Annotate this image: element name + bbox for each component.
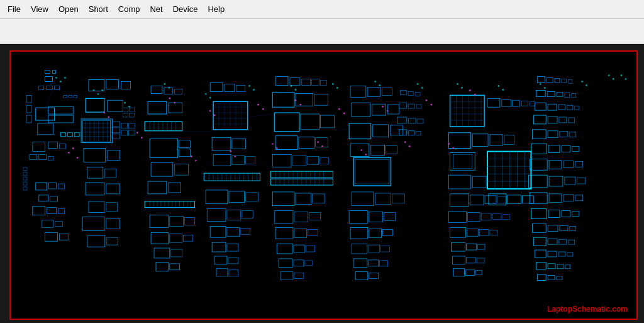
svg-point-400 <box>262 108 264 110</box>
svg-point-409 <box>360 149 362 151</box>
watermark: LaptopSchematic.com <box>547 305 628 314</box>
svg-point-401 <box>272 143 274 145</box>
svg-point-429 <box>164 83 165 85</box>
menu-net[interactable]: Net <box>145 2 167 16</box>
svg-point-402 <box>276 147 278 149</box>
svg-point-392 <box>174 102 175 104</box>
svg-point-385 <box>72 147 74 149</box>
svg-point-433 <box>248 85 250 87</box>
svg-point-418 <box>452 147 454 149</box>
svg-point-394 <box>195 160 197 162</box>
svg-point-405 <box>317 141 319 143</box>
svg-point-408 <box>343 113 345 115</box>
svg-point-422 <box>60 81 62 82</box>
svg-point-391 <box>169 98 170 99</box>
svg-point-454 <box>625 78 626 80</box>
svg-point-437 <box>332 83 334 85</box>
svg-point-421 <box>55 77 57 79</box>
svg-point-415 <box>425 99 427 101</box>
svg-point-435 <box>291 85 292 87</box>
svg-point-413 <box>404 141 406 143</box>
svg-point-451 <box>608 74 610 76</box>
svg-point-411 <box>382 106 384 108</box>
svg-point-447 <box>540 83 541 85</box>
svg-point-397 <box>230 150 231 152</box>
svg-point-430 <box>168 87 170 89</box>
svg-point-404 <box>299 104 301 106</box>
svg-point-444 <box>461 87 463 89</box>
svg-point-395 <box>209 110 211 112</box>
svg-point-416 <box>430 104 432 106</box>
svg-point-425 <box>97 93 99 95</box>
svg-point-453 <box>621 74 623 76</box>
svg-point-412 <box>387 110 389 112</box>
svg-point-390 <box>141 137 143 139</box>
menu-view[interactable]: View <box>26 2 53 16</box>
svg-point-396 <box>214 115 216 116</box>
svg-point-440 <box>379 84 380 86</box>
svg-point-423 <box>64 77 66 79</box>
svg-point-438 <box>336 87 338 89</box>
svg-point-443 <box>457 83 458 85</box>
menu-file[interactable]: File <box>3 2 26 16</box>
svg-point-452 <box>613 78 614 80</box>
svg-point-441 <box>417 83 419 85</box>
menu-device[interactable]: Device <box>168 2 203 16</box>
svg-point-399 <box>257 104 259 106</box>
svg-point-398 <box>234 156 236 157</box>
svg-point-449 <box>581 81 583 82</box>
svg-point-431 <box>205 93 207 95</box>
svg-point-446 <box>502 89 504 91</box>
menu-short[interactable]: Short <box>84 2 113 16</box>
svg-point-387 <box>103 112 105 114</box>
menu-open[interactable]: Open <box>53 2 84 16</box>
svg-point-450 <box>586 84 587 86</box>
svg-point-414 <box>409 145 411 147</box>
svg-point-419 <box>469 89 471 91</box>
svg-point-428 <box>128 106 130 108</box>
canvas-area[interactable]: LaptopSchematic.com <box>0 44 644 323</box>
svg-point-442 <box>421 87 423 89</box>
svg-point-386 <box>77 157 79 159</box>
svg-point-410 <box>365 154 367 156</box>
svg-point-393 <box>191 156 192 157</box>
circuit-diagram <box>11 52 636 319</box>
svg-point-436 <box>294 89 296 91</box>
svg-point-439 <box>374 81 376 82</box>
menubar: File View Open Short Comp Net Device Hel… <box>0 0 644 19</box>
svg-point-426 <box>101 89 103 91</box>
toolbar <box>0 19 644 44</box>
svg-point-417 <box>448 143 450 145</box>
svg-point-445 <box>497 85 499 87</box>
svg-point-389 <box>136 132 138 133</box>
svg-point-448 <box>544 87 546 89</box>
svg-point-434 <box>253 89 255 91</box>
svg-point-432 <box>209 97 211 99</box>
schematic-viewport[interactable]: LaptopSchematic.com <box>9 50 638 320</box>
svg-point-403 <box>294 99 296 101</box>
menu-comp[interactable]: Comp <box>113 2 145 16</box>
svg-point-427 <box>124 102 126 104</box>
svg-point-384 <box>68 152 70 154</box>
svg-point-407 <box>338 108 340 110</box>
menu-help[interactable]: Help <box>203 2 230 16</box>
svg-point-424 <box>92 89 94 91</box>
svg-point-388 <box>108 116 109 118</box>
svg-point-406 <box>321 145 323 147</box>
svg-point-420 <box>474 94 476 96</box>
